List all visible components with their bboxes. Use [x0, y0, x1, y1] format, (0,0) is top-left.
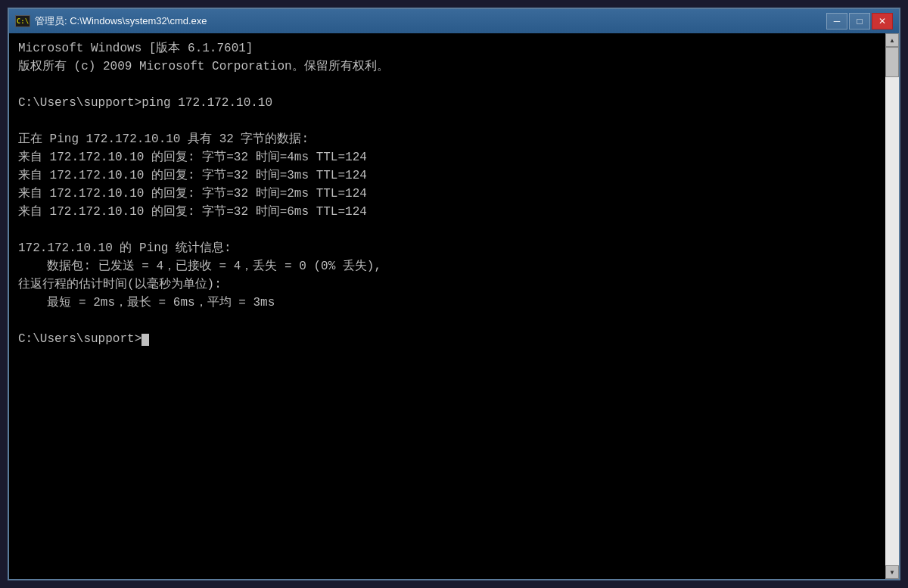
terminal-output[interactable]: Microsoft Windows [版本 6.1.7601] 版权所有 (c)…: [9, 33, 885, 579]
scrollbar-down-button[interactable]: ▼: [885, 565, 899, 579]
terminal-line14: 往返行程的估计时间(以毫秒为单位):: [18, 278, 222, 291]
terminal-line13: 数据包: 已发送 = 4，已接收 = 4，丢失 = 0 (0% 丢失),: [18, 260, 381, 273]
terminal-line7: 来自 172.172.10.10 的回复: 字节=32 时间=4ms TTL=1…: [18, 151, 367, 164]
titlebar-title: 管理员: C:\Windows\system32\cmd.exe: [35, 14, 826, 28]
terminal-line8: 来自 172.172.10.10 的回复: 字节=32 时间=3ms TTL=1…: [18, 169, 367, 182]
titlebar-icon-text: C:\: [17, 17, 29, 25]
minimize-button[interactable]: ─: [826, 13, 847, 30]
terminal-line15: 最短 = 2ms，最长 = 6ms，平均 = 3ms: [18, 296, 275, 310]
scrollbar[interactable]: ▲ ▼: [885, 33, 899, 579]
terminal-line4: C:\Users\support>ping 172.172.10.10: [18, 96, 272, 110]
terminal-line2: 版权所有 (c) 2009 Microsoft Corporation。保留所有…: [18, 60, 389, 73]
titlebar-icon: C:\: [15, 15, 30, 27]
terminal-line10: 来自 172.172.10.10 的回复: 字节=32 时间=6ms TTL=1…: [18, 205, 367, 219]
maximize-button[interactable]: □: [849, 13, 870, 30]
cmd-window: C:\ 管理员: C:\Windows\system32\cmd.exe ─ □…: [8, 8, 900, 580]
scrollbar-thumb[interactable]: [885, 47, 899, 77]
terminal-line12: 172.172.10.10 的 Ping 统计信息:: [18, 241, 232, 255]
content-area: Microsoft Windows [版本 6.1.7601] 版权所有 (c)…: [9, 33, 899, 579]
titlebar-buttons: ─ □ ✕: [826, 13, 893, 30]
close-button[interactable]: ✕: [872, 13, 893, 30]
scrollbar-up-button[interactable]: ▲: [885, 33, 899, 47]
terminal-line1: Microsoft Windows [版本 6.1.7601]: [18, 42, 253, 55]
terminal-line6: 正在 Ping 172.172.10.10 具有 32 字节的数据:: [18, 132, 309, 146]
titlebar: C:\ 管理员: C:\Windows\system32\cmd.exe ─ □…: [9, 9, 899, 33]
cursor: [141, 334, 149, 346]
scrollbar-track[interactable]: [885, 47, 899, 565]
terminal-prompt: C:\Users\support>: [18, 332, 141, 346]
terminal-line9: 来自 172.172.10.10 的回复: 字节=32 时间=2ms TTL=1…: [18, 187, 367, 201]
